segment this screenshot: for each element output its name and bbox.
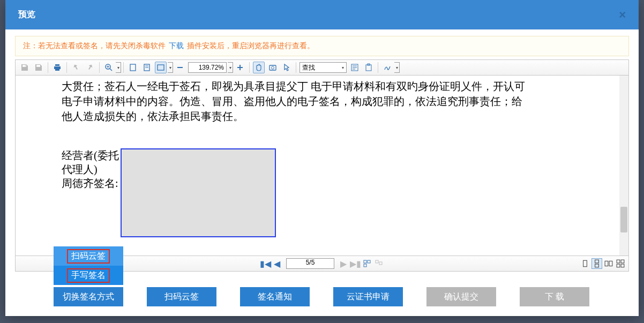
prev-page-icon[interactable]: ◀ (272, 259, 282, 268)
last-page-icon: ▶▮ (350, 259, 360, 268)
svg-rect-25 (617, 260, 620, 263)
svg-rect-22 (595, 264, 599, 267)
pdf-toolbar: ▾ ▾ 139.72% ▾ 查找▾ ▾ (15, 59, 629, 76)
signature-tool-icon[interactable] (381, 62, 393, 73)
svg-line-1 (110, 69, 112, 71)
clipboard-icon[interactable] (363, 62, 375, 73)
notice-suffix: 插件安装后，重启浏览器再进行查看。 (187, 41, 314, 50)
two-page-view-icon[interactable] (603, 258, 614, 269)
save-as-icon (33, 62, 44, 73)
svg-rect-17 (364, 264, 366, 267)
zoom-out-icon[interactable] (174, 62, 186, 73)
document-viewport: 大贯任；莶石人一经电于莶石，即视为具承目提父丁 电于甲请材料和有双旳身份证明乂件… (15, 76, 629, 264)
svg-rect-20 (583, 260, 587, 266)
fit-width-icon[interactable] (155, 62, 167, 73)
toolbar-separator (123, 62, 124, 73)
svg-rect-24 (609, 261, 612, 266)
document-page[interactable]: 大贯任；莶石人一经电于莶石，即视为具承目提父丁 电于甲请材料和有双旳身份证明乂件… (24, 76, 619, 264)
download-plugin-link[interactable]: 下载 (169, 41, 184, 50)
find-label: 查找 (302, 63, 315, 72)
svg-point-11 (272, 66, 274, 69)
continuous-view-icon[interactable] (591, 258, 602, 269)
svg-rect-18 (376, 260, 378, 263)
page-indicator[interactable]: 5/5 (286, 258, 334, 269)
sign-label-l2: 代理人) (62, 162, 121, 176)
signature-row: 经营者(委托 代理人) 周德齐签名: (62, 148, 582, 237)
form-fill-icon[interactable] (349, 62, 361, 73)
doc-line-cut: 大贯任；莶石人一经电于莶石，即视为具承目提父丁 电于甲请材料和有双旳身份证明乂件… (62, 79, 582, 94)
toolbar-separator (99, 62, 100, 73)
svg-rect-15 (364, 260, 366, 263)
svg-rect-26 (621, 260, 624, 263)
popup-handwrite-sign-label: 手写签名 (67, 268, 110, 283)
toolbar-separator (249, 62, 250, 73)
two-page-continuous-icon[interactable] (615, 258, 626, 269)
svg-rect-23 (605, 261, 608, 266)
fit-actual-icon[interactable] (127, 62, 139, 73)
snapshot-icon[interactable] (267, 62, 279, 73)
vertical-scrollbar[interactable] (619, 76, 628, 264)
doc-line-2: 他人造成损失的，依法承担民事责任。 (62, 109, 582, 124)
svg-rect-16 (368, 260, 370, 263)
preview-modal: 预览 × 注：若无法查看或签名，请先关闭杀毒软件 下载 插件安装后，重启浏览器再… (5, 0, 639, 316)
switch-sign-mode-button[interactable]: 切换签名方式 (54, 287, 123, 306)
popup-handwrite-sign[interactable]: 手写签名 (54, 266, 123, 285)
signature-mode-popup: 扫码云签 手写签名 (54, 246, 123, 285)
scan-sign-button[interactable]: 扫码云签 (147, 287, 216, 306)
confirm-submit-button: 确认提交 (426, 287, 496, 306)
title-bar: 预览 × (5, 0, 639, 29)
save-icon (19, 62, 31, 73)
fit-dropdown-icon[interactable]: ▾ (168, 62, 173, 73)
sign-notify-button[interactable]: 签名通知 (240, 287, 310, 306)
zoom-dropdown-icon[interactable]: ▾ (116, 62, 121, 73)
signature-label: 经营者(委托 代理人) 周德齐签名: (62, 148, 121, 237)
signature-dropdown-icon[interactable]: ▾ (394, 62, 400, 73)
rotate-right-icon (84, 62, 96, 73)
print-icon[interactable] (51, 62, 63, 73)
fit-page-icon[interactable] (141, 62, 153, 73)
find-select[interactable]: 查找▾ (299, 62, 347, 73)
cert-apply-button[interactable]: 云证书申请 (333, 287, 403, 306)
popup-scan-sign[interactable]: 扫码云签 (54, 246, 123, 266)
signature-box[interactable] (121, 148, 276, 237)
notice-prefix: 注：若无法查看或签名，请先关闭杀毒软件 (23, 41, 166, 50)
toolbar-separator (48, 62, 48, 73)
next-page-icon: ▶ (339, 259, 348, 268)
toolbar-separator (296, 62, 296, 73)
sign-label-l3: 周德齐签名: (62, 176, 121, 190)
zoom-plus-icon[interactable] (234, 62, 246, 73)
svg-rect-28 (621, 264, 624, 267)
notice-banner: 注：若无法查看或签名，请先关闭杀毒软件 下载 插件安装后，重启浏览器再进行查看。 (15, 36, 629, 56)
doc-line-1: 电子申请材料中的内容。伪造、冒用、盗用他人的电子签名，构成犯罪的，依法追究刑事责… (62, 94, 582, 109)
svg-rect-21 (595, 260, 599, 263)
close-icon[interactable]: × (619, 8, 626, 22)
first-page-icon[interactable]: ▮◀ (260, 259, 270, 268)
svg-rect-27 (617, 264, 620, 267)
download-button: 下 载 (520, 287, 589, 306)
zoom-value-dropdown-icon[interactable]: ▾ (228, 62, 233, 73)
zoom-value[interactable]: 139.72% (188, 62, 227, 73)
hand-tool-icon[interactable] (253, 62, 265, 73)
svg-rect-13 (366, 65, 371, 71)
rotate-left-icon (70, 62, 82, 73)
svg-rect-6 (158, 65, 164, 70)
toolbar-separator (378, 62, 378, 73)
svg-rect-19 (379, 262, 382, 265)
bookmarks-icon (374, 259, 384, 268)
zoom-in-icon[interactable] (103, 62, 115, 73)
svg-rect-10 (269, 65, 276, 70)
select-tool-icon[interactable] (281, 62, 293, 73)
modal-title: 预览 (18, 9, 35, 20)
thumbnails-icon[interactable] (362, 259, 372, 268)
svg-rect-4 (130, 64, 136, 71)
popup-scan-sign-label: 扫码云签 (67, 249, 110, 264)
action-bar: 切换签名方式 扫码云签 签名通知 云证书申请 确认提交 下 载 (5, 287, 639, 306)
single-page-view-icon[interactable] (580, 258, 590, 269)
sign-label-l1: 经营者(委托 (62, 148, 121, 162)
scrollbar-thumb[interactable] (620, 207, 627, 232)
toolbar-separator (66, 62, 67, 73)
